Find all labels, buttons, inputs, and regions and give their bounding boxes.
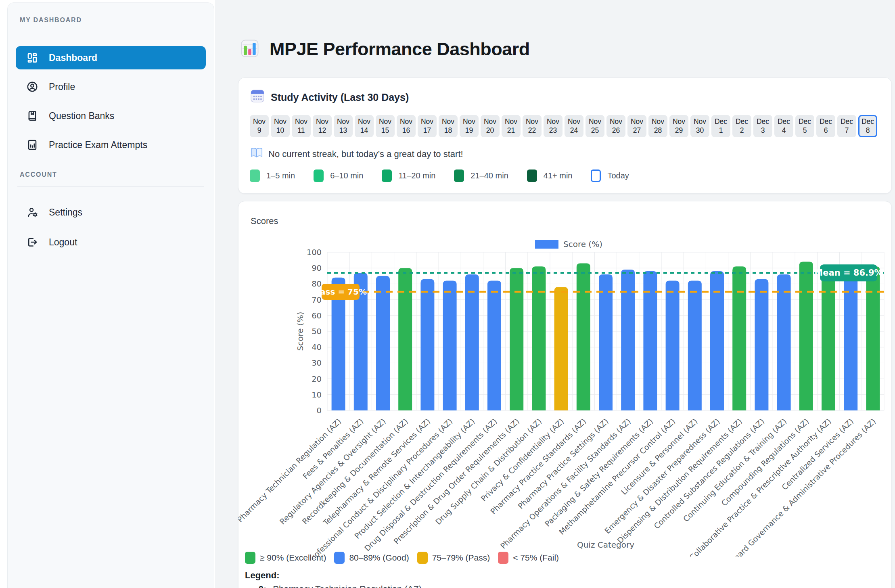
sidebar-item-label: Logout <box>49 237 77 248</box>
date-cell: Nov16 <box>397 115 416 137</box>
score-legend-label: ≥ 90% (Excellent) <box>260 553 326 563</box>
activity-legend: 1–5 min6–10 min11–20 min21–40 min41+ min… <box>250 169 880 182</box>
sidebar-item-label: Dashboard <box>49 52 97 63</box>
svg-text:70: 70 <box>312 295 322 305</box>
activity-legend-item: 6–10 min <box>314 169 363 182</box>
activity-legend-label: 41+ min <box>544 171 573 180</box>
date-cell: Nov27 <box>627 115 646 137</box>
date-cell: Nov19 <box>460 115 479 137</box>
date-cell: Nov26 <box>606 115 625 137</box>
date-cell: Nov25 <box>586 115 604 137</box>
sidebar-item-logout[interactable]: Logout <box>16 230 206 254</box>
sidebar-item-question-banks[interactable]: Question Banks <box>16 104 206 128</box>
activity-legend-label: 1–5 min <box>266 171 295 180</box>
sidebar-nav-main: DashboardProfileQuestion BanksPractice E… <box>16 46 206 157</box>
sidebar-item-settings[interactable]: Settings <box>16 201 206 224</box>
date-cell: Nov12 <box>313 115 332 137</box>
streak-message: No current streak, but today’s a great d… <box>268 149 463 159</box>
date-cell: Nov14 <box>355 115 374 137</box>
svg-text:Continuing Education & Trainin: Continuing Education & Training (AZ) <box>682 416 788 523</box>
scores-card: Scores 0102030405060708090100Pharmacy Te… <box>238 201 892 588</box>
date-cell: Dec5 <box>795 115 814 137</box>
activity-legend-item: 21–40 min <box>454 169 508 182</box>
date-cell: Nov28 <box>648 115 667 137</box>
date-cell: Dec7 <box>837 115 856 137</box>
page-title: MPJE Performance Dashboard <box>270 39 530 60</box>
scores-bar-chart: 0102030405060708090100Pharmacy Technicia… <box>238 201 892 557</box>
date-cell: Nov9 <box>250 115 269 137</box>
score-legend-label: 80–89% (Good) <box>349 553 409 563</box>
svg-text:30: 30 <box>312 358 322 368</box>
date-cell: Nov22 <box>523 115 542 137</box>
study-activity-title: Study Activity (Last 30 Days) <box>271 92 409 103</box>
sidebar-divider <box>17 32 204 32</box>
svg-text:10: 10 <box>312 390 322 400</box>
main-content: MPJE Performance Dashboard Study Activit… <box>215 0 895 588</box>
footer-legend-entry: •0:Pharmacy Technician Regulation (AZ) <box>249 584 422 588</box>
date-cell: Nov29 <box>669 115 688 137</box>
date-cell: Nov11 <box>292 115 311 137</box>
score-legend-item: 80–89% (Good) <box>334 552 409 564</box>
activity-legend-item: 41+ min <box>527 169 573 182</box>
activity-legend-item: Today <box>591 169 629 182</box>
score-legend-item: < 75% (Fail) <box>498 552 559 564</box>
profile-icon <box>26 81 38 93</box>
svg-text:40: 40 <box>312 343 322 352</box>
svg-text:90: 90 <box>312 264 322 273</box>
score-legend-item: 75–79% (Pass) <box>417 552 490 564</box>
sidebar-item-label: Question Banks <box>49 111 114 121</box>
date-cell: Nov24 <box>565 115 583 137</box>
study-activity-card: Study Activity (Last 30 Days) Nov9Nov10N… <box>238 77 892 194</box>
date-cell: Nov21 <box>502 115 521 137</box>
sidebar-nav-account: SettingsLogout <box>16 201 206 254</box>
sidebar-item-practice-exam-attempts[interactable]: Practice Exam Attempts <box>16 133 206 157</box>
score-legend-swatch <box>498 552 508 564</box>
svg-text:Quiz Category: Quiz Category <box>577 540 634 550</box>
sidebar-item-dashboard[interactable]: Dashboard <box>16 46 206 69</box>
date-cell-today: Dec8 <box>858 115 877 137</box>
activity-legend-swatch <box>454 169 464 182</box>
report-icon <box>26 139 38 151</box>
score-legend-label: 75–79% (Pass) <box>432 553 490 563</box>
activity-legend-swatch <box>382 169 392 182</box>
date-strip: Nov9Nov10Nov11Nov12Nov13Nov14Nov15Nov16N… <box>250 115 880 137</box>
dashboard-icon <box>26 52 38 64</box>
svg-text:100: 100 <box>307 248 322 257</box>
activity-legend-swatch <box>527 169 537 182</box>
date-cell: Nov13 <box>334 115 353 137</box>
svg-text:0: 0 <box>317 406 322 415</box>
svg-text:50: 50 <box>312 327 322 336</box>
sidebar-item-label: Profile <box>49 82 75 92</box>
activity-legend-label: 21–40 min <box>471 171 508 180</box>
sidebar: MY DASHBOARD DashboardProfileQuestion Ba… <box>0 0 215 588</box>
date-cell: Nov17 <box>418 115 437 137</box>
date-cell: Dec4 <box>774 115 793 137</box>
score-category-legend: ≥ 90% (Excellent)80–89% (Good)75–79% (Pa… <box>245 552 567 564</box>
user-gear-icon <box>26 206 38 218</box>
activity-legend-item: 11–20 min <box>382 169 435 182</box>
bar-chart-emoji-icon <box>240 39 259 59</box>
svg-text:Score (%): Score (%) <box>295 312 305 351</box>
sidebar-divider <box>17 186 204 187</box>
sidebar-panel: MY DASHBOARD DashboardProfileQuestion Ba… <box>7 2 214 588</box>
chart-footer-legend-list: •0:Pharmacy Technician Regulation (AZ) <box>249 584 422 588</box>
date-cell: Nov23 <box>544 115 563 137</box>
date-cell: Nov20 <box>481 115 500 137</box>
date-cell: Dec3 <box>753 115 772 137</box>
svg-text:Pass = 75%: Pass = 75% <box>314 287 367 297</box>
sidebar-heading-my-dashboard: MY DASHBOARD <box>16 17 206 24</box>
sidebar-item-profile[interactable]: Profile <box>16 75 206 98</box>
date-cell: Nov15 <box>376 115 395 137</box>
page-header: MPJE Performance Dashboard <box>238 39 892 60</box>
score-legend-swatch <box>245 552 255 564</box>
date-cell: Nov18 <box>439 115 458 137</box>
logout-icon <box>26 236 38 248</box>
open-book-emoji-icon <box>250 146 263 162</box>
svg-text:Mean = 86.9%: Mean = 86.9% <box>814 268 882 278</box>
svg-text:Score (%): Score (%) <box>563 239 602 249</box>
activity-legend-swatch <box>250 169 260 182</box>
sidebar-item-label: Settings <box>49 207 82 218</box>
activity-legend-label: 11–20 min <box>398 171 435 180</box>
date-cell: Nov30 <box>690 115 709 137</box>
activity-legend-swatch <box>591 169 601 182</box>
